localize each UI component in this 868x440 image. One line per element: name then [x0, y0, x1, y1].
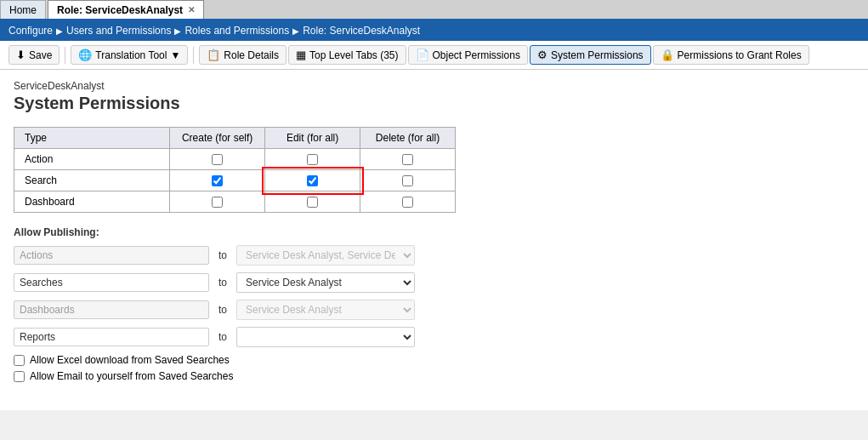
excel-download-checkbox[interactable]	[14, 355, 25, 366]
object-permissions-button[interactable]: 📄 Object Permissions	[408, 45, 528, 65]
breadcrumb-arrow-1: ▶	[56, 26, 63, 36]
breadcrumb-current: Role: ServiceDeskAnalyst	[303, 25, 420, 37]
row-action-create	[170, 149, 265, 170]
role-details-button[interactable]: 📋 Role Details	[199, 45, 286, 65]
save-label: Save	[29, 49, 52, 61]
row-type-action: Action	[14, 149, 170, 170]
row-dashboard-edit	[265, 191, 360, 213]
publish-select-dashboards[interactable]: Service Desk Analyst	[236, 300, 415, 320]
row-search-delete	[360, 170, 456, 191]
breadcrumb-arrow-2: ▶	[174, 26, 181, 36]
action-delete-checkbox[interactable]	[402, 154, 413, 165]
email-label: Allow Email to yourself from Saved Searc…	[30, 370, 233, 382]
tab-role-label: Role: ServiceDeskAnalyst	[57, 4, 183, 16]
col-header-edit: Edit (for all)	[265, 128, 360, 149]
search-create-checkbox[interactable]	[212, 175, 223, 186]
email-check-row: Allow Email to yourself from Saved Searc…	[14, 370, 854, 382]
top-level-tabs-button[interactable]: ▦ Top Level Tabs (35)	[288, 45, 406, 65]
publish-row-reports: to	[14, 327, 854, 347]
publish-row-dashboards: to Service Desk Analyst	[14, 300, 854, 320]
bottom-checkboxes: Allow Excel download from Saved Searches…	[14, 354, 854, 382]
publish-row-searches: to Service Desk Analyst	[14, 272, 854, 293]
lock-icon: 🔒	[661, 49, 674, 61]
dashboard-delete-checkbox[interactable]	[402, 197, 413, 208]
main-content: ServiceDeskAnalyst System Permissions Ty…	[0, 70, 868, 410]
search-delete-checkbox[interactable]	[402, 175, 413, 186]
email-checkbox[interactable]	[14, 371, 25, 382]
row-type-dashboard: Dashboard	[14, 191, 170, 213]
permissions-table: Type Create (for self) Edit (for all) De…	[14, 127, 456, 213]
publish-left-searches	[14, 273, 209, 292]
dashboard-create-checkbox[interactable]	[212, 197, 223, 208]
top-level-tabs-label: Top Level Tabs (35)	[309, 49, 399, 61]
dashboard-edit-checkbox[interactable]	[307, 197, 318, 208]
tab-bar: Home Role: ServiceDeskAnalyst ✕	[0, 0, 868, 20]
system-permissions-label: System Permissions	[551, 49, 644, 61]
publish-select-actions[interactable]: Service Desk Analyst, Service De...	[236, 245, 415, 266]
publish-right-actions: Service Desk Analyst, Service De...	[236, 245, 415, 266]
row-action-delete	[360, 149, 456, 170]
action-create-checkbox[interactable]	[212, 154, 223, 165]
to-label-actions: to	[214, 249, 231, 261]
row-type-search: Search	[14, 170, 170, 191]
col-header-type: Type	[14, 128, 170, 149]
translation-tool-button[interactable]: 🌐 Translation Tool ▼	[71, 45, 188, 65]
globe-icon: 🌐	[78, 49, 92, 61]
publish-input-searches[interactable]	[14, 273, 209, 292]
excel-check-row: Allow Excel download from Saved Searches	[14, 354, 854, 366]
role-details-icon: 📋	[207, 49, 220, 61]
publish-right-dashboards: Service Desk Analyst	[236, 300, 415, 320]
breadcrumb-roles[interactable]: Roles and Permissions	[184, 25, 289, 37]
table-row: Dashboard	[14, 191, 456, 213]
close-icon[interactable]: ✕	[188, 5, 195, 14]
to-label-reports: to	[214, 331, 231, 343]
row-search-create	[170, 170, 265, 191]
excel-download-label: Allow Excel download from Saved Searches	[30, 354, 230, 366]
object-permissions-label: Object Permissions	[433, 49, 520, 61]
to-label-dashboards: to	[214, 304, 231, 316]
system-icon: ⚙	[537, 49, 547, 61]
publish-select-reports[interactable]	[236, 327, 415, 347]
toolbar-sep-1	[65, 47, 65, 64]
breadcrumb-configure[interactable]: Configure	[9, 25, 53, 37]
role-details-label: Role Details	[224, 49, 279, 61]
publish-select-searches[interactable]: Service Desk Analyst	[236, 272, 415, 293]
publish-right-searches: Service Desk Analyst	[236, 272, 415, 293]
role-name: ServiceDeskAnalyst	[14, 80, 854, 92]
object-icon: 📄	[416, 49, 429, 61]
col-header-delete: Delete (for all)	[360, 128, 456, 149]
breadcrumb-arrow-3: ▶	[292, 26, 299, 36]
publish-input-actions[interactable]	[14, 246, 209, 265]
save-button[interactable]: ⬇ Save	[9, 45, 60, 65]
allow-publishing-label: Allow Publishing:	[14, 226, 854, 238]
tab-home-label: Home	[9, 4, 37, 16]
translation-tool-label: Translation Tool	[95, 49, 167, 61]
table-row: Search	[14, 170, 456, 191]
publish-left-reports	[14, 328, 209, 346]
publish-left-actions	[14, 246, 209, 265]
publish-left-dashboards	[14, 300, 209, 319]
permissions-grant-button[interactable]: 🔒 Permissions to Grant Roles	[653, 45, 809, 65]
page-title: System Permissions	[14, 94, 854, 113]
toolbar: ⬇ Save 🌐 Translation Tool ▼ 📋 Role Detai…	[0, 41, 868, 70]
publish-input-reports[interactable]	[14, 328, 209, 346]
breadcrumb: Configure ▶ Users and Permissions ▶ Role…	[0, 20, 868, 41]
publish-input-dashboards[interactable]	[14, 300, 209, 319]
action-edit-checkbox[interactable]	[307, 154, 318, 165]
table-row: Action	[14, 149, 456, 170]
search-edit-checkbox[interactable]	[307, 175, 318, 186]
tab-home[interactable]: Home	[0, 0, 46, 19]
tab-role[interactable]: Role: ServiceDeskAnalyst ✕	[48, 0, 204, 19]
system-permissions-button[interactable]: ⚙ System Permissions	[530, 45, 651, 65]
toolbar-sep-2	[193, 47, 194, 64]
row-search-edit	[265, 170, 360, 191]
translation-tool-arrow: ▼	[170, 49, 180, 61]
permissions-grant-label: Permissions to Grant Roles	[678, 49, 802, 61]
row-action-edit	[265, 149, 360, 170]
save-icon: ⬇	[16, 49, 26, 61]
col-header-create: Create (for self)	[170, 128, 265, 149]
row-dashboard-delete	[360, 191, 456, 213]
tabs-icon: ▦	[296, 49, 306, 61]
publish-row-actions: to Service Desk Analyst, Service De...	[14, 245, 854, 266]
breadcrumb-users[interactable]: Users and Permissions	[66, 25, 171, 37]
